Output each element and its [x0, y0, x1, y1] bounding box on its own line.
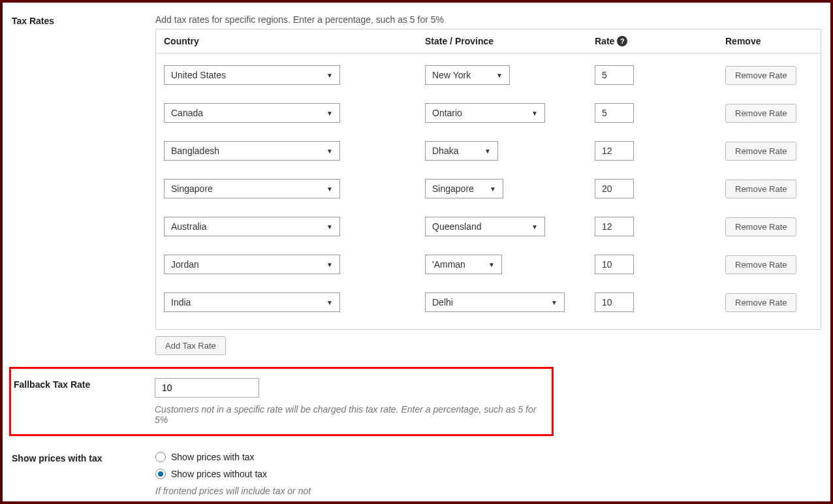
- fallback-rate-input[interactable]: [155, 378, 259, 398]
- add-tax-rate-button[interactable]: Add Tax Rate: [155, 336, 226, 355]
- rate-input[interactable]: [595, 103, 634, 123]
- country-select[interactable]: India▼: [164, 292, 340, 312]
- state-select[interactable]: Ontario▼: [425, 103, 545, 123]
- chevron-down-icon: ▼: [326, 299, 333, 306]
- country-select[interactable]: Singapore▼: [164, 179, 340, 198]
- fallback-label: Fallback Tax Rate: [11, 378, 155, 425]
- header-state: State / Province: [425, 36, 595, 46]
- rate-input[interactable]: [595, 217, 634, 236]
- chevron-down-icon: ▼: [551, 299, 558, 306]
- table-row: India▼Delhi▼Remove Rate: [164, 283, 813, 321]
- chevron-down-icon: ▼: [326, 72, 333, 79]
- table-row: United States▼New York▼Remove Rate: [164, 56, 813, 94]
- chevron-down-icon: ▼: [326, 185, 333, 193]
- header-rate: Rate: [595, 36, 614, 46]
- radio-with-label: Show prices with tax: [171, 452, 255, 462]
- tax-rates-table: Country State / Province Rate ? Remove U…: [155, 29, 821, 330]
- remove-rate-button[interactable]: Remove Rate: [725, 66, 796, 85]
- remove-rate-button[interactable]: Remove Rate: [725, 255, 796, 274]
- chevron-down-icon: ▼: [326, 148, 333, 155]
- show-prices-help: If frontend prices will include tax or n…: [155, 486, 821, 496]
- chevron-down-icon: ▼: [490, 185, 496, 193]
- radio-show-with-tax[interactable]: Show prices with tax: [155, 452, 821, 462]
- table-row: Jordan▼'Amman▼Remove Rate: [164, 245, 813, 283]
- state-select[interactable]: New York▼: [425, 65, 510, 85]
- remove-rate-button[interactable]: Remove Rate: [725, 293, 796, 312]
- state-select[interactable]: Delhi▼: [425, 292, 565, 312]
- help-icon[interactable]: ?: [617, 36, 627, 46]
- country-select[interactable]: United States▼: [164, 65, 340, 85]
- tax-rates-description: Add tax rates for specific regions. Ente…: [155, 14, 821, 25]
- table-row: Australia▼Queensland▼Remove Rate: [164, 208, 813, 245]
- rate-input[interactable]: [595, 292, 634, 312]
- table-row: Singapore▼Singapore▼Remove Rate: [164, 170, 813, 208]
- show-prices-label: Show prices with tax: [12, 452, 155, 464]
- country-select[interactable]: Canada▼: [164, 103, 340, 123]
- country-select[interactable]: Bangladesh▼: [164, 141, 340, 161]
- rate-input[interactable]: [595, 65, 634, 85]
- chevron-down-icon: ▼: [531, 223, 538, 230]
- radio-show-without-tax[interactable]: Show prices without tax: [155, 469, 821, 479]
- chevron-down-icon: ▼: [326, 261, 333, 268]
- remove-rate-button[interactable]: Remove Rate: [725, 142, 796, 161]
- rate-input[interactable]: [595, 141, 634, 161]
- fallback-highlight-box: Fallback Tax Rate Customers not in a spe…: [9, 367, 554, 436]
- header-remove: Remove: [725, 36, 813, 46]
- state-select[interactable]: Queensland▼: [425, 217, 545, 236]
- chevron-down-icon: ▼: [326, 223, 333, 230]
- remove-rate-button[interactable]: Remove Rate: [725, 104, 796, 123]
- state-select[interactable]: Singapore▼: [425, 179, 503, 198]
- remove-rate-button[interactable]: Remove Rate: [725, 180, 796, 198]
- header-country: Country: [164, 36, 425, 46]
- remove-rate-button[interactable]: Remove Rate: [725, 217, 796, 236]
- fallback-help-text: Customers not in a specific rate will be…: [155, 404, 552, 425]
- state-select[interactable]: 'Amman▼: [425, 255, 502, 274]
- state-select[interactable]: Dhaka▼: [425, 141, 498, 161]
- chevron-down-icon: ▼: [496, 72, 503, 79]
- chevron-down-icon: ▼: [326, 110, 333, 117]
- table-row: Canada▼Ontario▼Remove Rate: [164, 94, 813, 132]
- tax-rates-label: Tax Rates: [12, 14, 155, 26]
- table-row: Bangladesh▼Dhaka▼Remove Rate: [164, 132, 813, 170]
- country-select[interactable]: Australia▼: [164, 217, 340, 236]
- chevron-down-icon: ▼: [531, 110, 538, 117]
- chevron-down-icon: ▼: [484, 148, 491, 155]
- rate-input[interactable]: [595, 255, 634, 274]
- chevron-down-icon: ▼: [488, 261, 495, 268]
- country-select[interactable]: Jordan▼: [164, 255, 340, 274]
- rate-input[interactable]: [595, 179, 634, 198]
- radio-without-label: Show prices without tax: [171, 469, 267, 479]
